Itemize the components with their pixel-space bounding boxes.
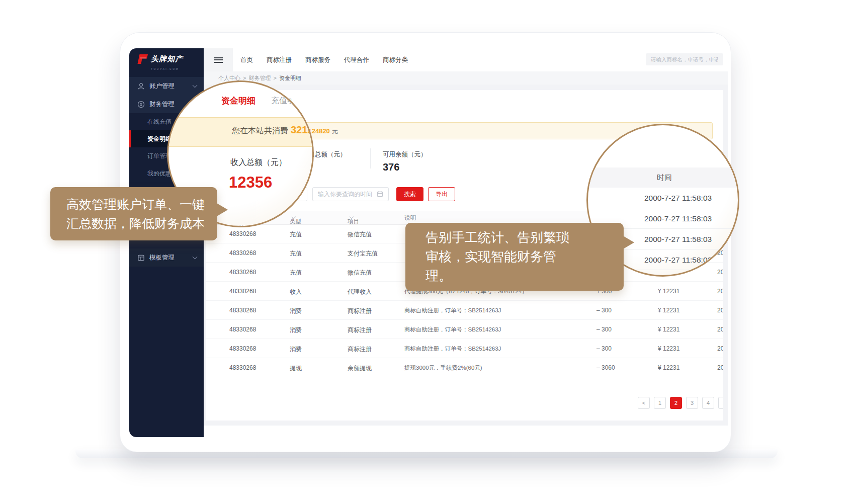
brand-tagline: TOUPAI.COM bbox=[151, 64, 183, 73]
pagination-page-4[interactable]: 4 bbox=[702, 397, 714, 409]
magnified-time-cell: 2000-7-27 11:58:03 bbox=[588, 188, 739, 208]
magnified-time-header: 时间 bbox=[588, 167, 739, 188]
nav-item-trademark-service[interactable]: 商标服务 bbox=[305, 56, 330, 64]
export-button[interactable]: 导出 bbox=[428, 187, 455, 201]
brand-logo-icon bbox=[136, 54, 148, 64]
nav-item-home[interactable]: 首页 bbox=[240, 56, 253, 64]
sidebar-group-label: 财务管理 bbox=[149, 100, 175, 109]
breadcrumb: 个人中心 > 财务管理 > 资金明细 bbox=[204, 71, 728, 85]
brand-logo[interactable]: 头牌知产 TOUPAI.COM bbox=[136, 54, 183, 73]
table-row: 48330268 消费 商标注册 商标自助注册，订单号：SB2514263J –… bbox=[206, 301, 723, 320]
table-row: 48330268 消费 商标注册 商标自助注册，订单号：SB2514263J –… bbox=[206, 339, 723, 358]
stat-balance: 可用余额（元） 376 bbox=[383, 150, 427, 173]
nav-item-trademark-category[interactable]: 商标分类 bbox=[383, 56, 408, 64]
pagination-page-2[interactable]: 2 bbox=[670, 397, 682, 409]
header-type[interactable]: 类型 bbox=[290, 214, 295, 220]
chevron-down-icon bbox=[193, 83, 198, 88]
finance-icon bbox=[137, 101, 145, 108]
magnified-stat-label: 收入总额（元） bbox=[230, 157, 287, 168]
sidebar-group-label: 模板管理 bbox=[149, 254, 175, 262]
user-icon bbox=[137, 82, 145, 90]
callout-left: 高效管理账户订单、一键 汇总数据，降低财务成本 bbox=[50, 187, 217, 240]
magnified-banner-text: 您在本站共消费32124820 bbox=[232, 124, 314, 136]
callout-right: 告别手工统计、告别繁琐 审核，实现智能财务管 理。 bbox=[405, 223, 624, 291]
sidebar-group-account[interactable]: 账户管理 bbox=[129, 77, 204, 95]
magnified-tab: 资金明细 bbox=[221, 95, 255, 107]
table-row: 48330268 提现 余额提现 提现3000元，手续费2%(60元) – 30… bbox=[206, 358, 723, 377]
active-indicator-bar bbox=[129, 130, 131, 147]
top-navbar: 首页 商标注册 商标服务 代理合作 商标分类 bbox=[204, 48, 728, 71]
hamburger-icon bbox=[214, 56, 223, 64]
search-input[interactable] bbox=[646, 53, 723, 65]
table-row: 48330268 消费 商标注册 商标自助注册，订单号：SB2514263J –… bbox=[206, 320, 723, 339]
pagination: < 1 2 3 4 5 bbox=[638, 397, 723, 409]
date-input[interactable] bbox=[312, 187, 389, 201]
header-desc: 说明 bbox=[404, 214, 416, 222]
magnified-stat-value: 12356 bbox=[229, 174, 272, 192]
nav-item-agency[interactable]: 代理合作 bbox=[344, 56, 369, 64]
sidebar-group-template[interactable]: 模板管理 bbox=[129, 248, 204, 267]
page: 头牌知产 TOUPAI.COM 账户管理 财务管理 在线充值 bbox=[0, 0, 853, 504]
menu-toggle-button[interactable] bbox=[204, 48, 233, 71]
search-button[interactable]: 搜索 bbox=[396, 187, 423, 201]
breadcrumb-current: 资金明细 bbox=[279, 74, 301, 82]
brand-name: 头牌知产 TOUPAI.COM bbox=[151, 54, 183, 73]
callout-arrow-icon bbox=[217, 203, 228, 216]
template-icon bbox=[137, 254, 145, 262]
nav-menu: 首页 商标注册 商标服务 代理合作 商标分类 bbox=[240, 48, 408, 71]
chevron-down-icon bbox=[193, 255, 198, 260]
header-project[interactable]: 项目 bbox=[348, 214, 353, 220]
sidebar-group-label: 账户管理 bbox=[149, 82, 175, 91]
pagination-page-5[interactable]: 5 bbox=[718, 397, 723, 409]
nav-item-trademark-register[interactable]: 商标注册 bbox=[267, 56, 292, 64]
pagination-page-1[interactable]: 1 bbox=[654, 397, 666, 409]
pagination-page-3[interactable]: 3 bbox=[686, 397, 698, 409]
breadcrumb-item[interactable]: 财务管理 bbox=[248, 74, 271, 82]
stat-divider bbox=[370, 148, 371, 169]
callout-arrow-icon bbox=[623, 236, 634, 249]
pagination-prev-button[interactable]: < bbox=[638, 397, 650, 409]
